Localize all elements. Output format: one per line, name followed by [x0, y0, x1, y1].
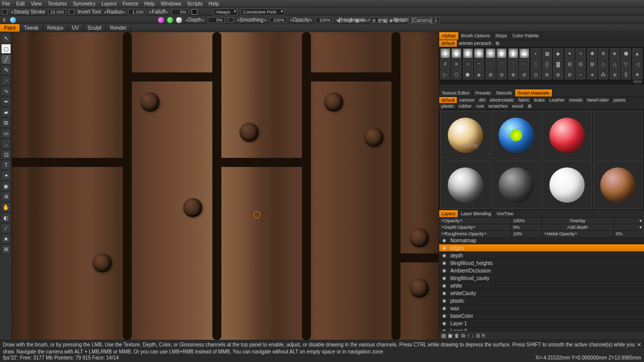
tool-brush-icon[interactable]: ╱: [1, 54, 11, 64]
prop-depth-action[interactable]: Add depth: [542, 224, 613, 230]
tab-layer-blending[interactable]: Layer Blending: [458, 210, 494, 217]
color-ball-green[interactable]: [167, 17, 173, 23]
alpha-thumb[interactable]: ∗: [587, 69, 597, 79]
opacity-value[interactable]: 106%: [315, 17, 333, 23]
tool-star-icon[interactable]: ★: [1, 234, 11, 244]
alpha-thumb[interactable]: ◇: [598, 59, 608, 69]
category-electrostatic[interactable]: electrostatic: [488, 97, 517, 103]
alpha-thumb[interactable]: §: [621, 69, 631, 79]
alpha-thumb[interactable]: ▮: [508, 48, 518, 58]
vp-icon[interactable]: ⊟: [377, 18, 381, 23]
steady-stroke-value[interactable]: 15.000: [48, 9, 66, 15]
alpha-thumb[interactable]: ✱: [587, 48, 597, 58]
tool-text-icon[interactable]: T: [1, 160, 11, 170]
tool-eye-icon[interactable]: ◉: [1, 181, 11, 191]
alpha-thumb[interactable]: ※: [610, 69, 620, 79]
menu-freeze[interactable]: Freeze: [123, 1, 138, 7]
smoothing-check[interactable]: [228, 17, 233, 23]
layer-item[interactable]: ◉whiteCavity: [439, 290, 644, 297]
menu-help[interactable]: Help: [144, 1, 155, 7]
alpha-thumb[interactable]: ▦: [542, 48, 552, 58]
layer-item[interactable]: ◉Normalmap: [439, 237, 644, 244]
category-scratches[interactable]: scratches: [487, 103, 511, 109]
alpha-thumb[interactable]: ▓: [553, 59, 563, 69]
camera-dropdown[interactable]: [Camera]: [408, 17, 436, 24]
menu-windows[interactable]: Windows: [160, 1, 181, 7]
mode-tweak[interactable]: Tweak: [20, 24, 43, 32]
connective-dropdown[interactable]: Connective Picki: [240, 9, 284, 16]
prop-blend-mode[interactable]: Overlay: [542, 218, 613, 224]
eye-icon[interactable]: ◉: [441, 252, 447, 258]
tab-brush-options[interactable]: Brush Options: [459, 32, 493, 40]
eye-icon[interactable]: ◉: [441, 320, 447, 326]
category-dirt[interactable]: dirt: [477, 97, 488, 103]
vp-icon[interactable]: ↗: [366, 18, 370, 23]
menu-symmetry[interactable]: Symmetry: [73, 1, 96, 7]
radius-value[interactable]: 1.045: [128, 9, 145, 15]
category-leaks[interactable]: leaks: [532, 97, 547, 103]
alpha-thumb[interactable]: ⬣: [463, 69, 473, 79]
eye-icon[interactable]: ◉: [441, 305, 447, 311]
mode-sculpt[interactable]: Sculpt: [84, 24, 106, 32]
alpha-thumb[interactable]: ▒: [542, 59, 552, 69]
alpha-thumb[interactable]: ⊖: [497, 69, 507, 79]
prop-opacity-value[interactable]: 100%: [511, 218, 541, 224]
vp-icon[interactable]: ⊞: [394, 18, 398, 23]
alpha-thumb[interactable]: ⊜: [565, 69, 575, 79]
tab-strips[interactable]: Strips: [493, 32, 510, 40]
category-Leather[interactable]: Leather: [547, 97, 568, 103]
alpha-thumb[interactable]: #: [440, 59, 450, 69]
vp-icon[interactable]: ▽: [344, 18, 348, 23]
alpha-thumb[interactable]: ≈: [463, 59, 473, 69]
tab-texture-editor[interactable]: Texture Editor: [439, 89, 473, 97]
category-metals[interactable]: metals: [567, 97, 585, 103]
alpha-thumb[interactable]: ◆: [553, 48, 563, 58]
layer-item[interactable]: ◉baseColor: [439, 312, 644, 320]
category-default[interactable]: default: [439, 97, 457, 103]
eye-icon[interactable]: ◉: [441, 275, 447, 281]
menu-help2[interactable]: Help: [209, 1, 219, 7]
category-paints[interactable]: paints: [611, 97, 628, 103]
tab-stencils[interactable]: Stencils: [494, 89, 515, 97]
alpha-thumb[interactable]: ▪: [531, 48, 541, 58]
layer-item[interactable]: ◉depth: [439, 252, 644, 259]
eye-icon[interactable]: ◉: [441, 298, 447, 304]
layer-item[interactable]: ◉wax: [439, 305, 644, 312]
layer-down-icon[interactable]: ↓: [471, 333, 474, 338]
mode-retopo[interactable]: Retopo: [43, 24, 68, 32]
tool-rect-icon[interactable]: ▭: [1, 128, 11, 138]
falloff-value[interactable]: 0%: [172, 9, 189, 15]
tab-presets[interactable]: Presets: [473, 89, 494, 97]
tool-pointer-icon[interactable]: ↖: [1, 33, 11, 43]
category-cartoon[interactable]: cartoon: [457, 97, 477, 103]
category-plastic[interactable]: plastic: [439, 103, 457, 109]
vp-icon[interactable]: ▭: [400, 18, 405, 23]
tab-layers[interactable]: Layers: [439, 210, 458, 217]
alpha-thumb[interactable]: ✧: [576, 48, 586, 58]
material-swatch[interactable]: [593, 111, 643, 159]
alpha-thumb[interactable]: ∴: [486, 59, 496, 69]
menu-scripts[interactable]: Scripts: [187, 1, 203, 7]
layer-item[interactable]: ◉Layer 1: [439, 320, 644, 327]
tool-smudge-icon[interactable]: ∕: [1, 223, 11, 233]
menu-file[interactable]: File: [2, 1, 10, 7]
layer-duplicate-icon[interactable]: ⧉: [461, 333, 465, 339]
alpha-thumb[interactable]: ✲: [598, 48, 608, 58]
vp-icon[interactable]: ▦: [383, 18, 387, 23]
alpha-thumb[interactable]: ○: [486, 48, 496, 58]
menu-textures[interactable]: Textures: [48, 1, 67, 7]
material-swatch[interactable]: [542, 111, 592, 159]
prop-metal-opacity-value[interactable]: 0%: [614, 231, 644, 237]
tool-pencil-icon[interactable]: ✎: [1, 65, 11, 75]
alpha-thumb[interactable]: ∷: [497, 59, 507, 69]
prop-depth-opacity-value[interactable]: 0%: [511, 224, 541, 230]
alphaset-add-icon[interactable]: ⊞: [494, 40, 502, 47]
tool-wand-icon[interactable]: ✦: [1, 170, 11, 180]
alpha-thumb[interactable]: ✦: [565, 48, 575, 58]
layer-item[interactable]: ◉AmbientOcclusion: [439, 267, 644, 275]
vp-icon[interactable]: ◈: [389, 18, 393, 23]
eye-icon[interactable]: ◉: [441, 260, 447, 266]
prop-blend-arrow[interactable]: ▾: [614, 218, 644, 224]
tool-gear-icon[interactable]: ✲: [1, 192, 11, 202]
layer-item[interactable]: ◉Layer 0: [439, 327, 644, 331]
